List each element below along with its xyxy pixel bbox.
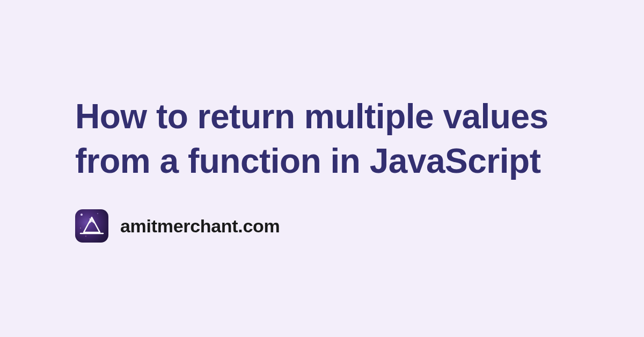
- site-logo-icon: [75, 209, 108, 243]
- site-name: amitmerchant.com: [120, 216, 280, 237]
- byline: amitmerchant.com: [75, 209, 590, 243]
- article-title: How to return multiple values from a fun…: [75, 94, 590, 184]
- mountain-icon: [79, 216, 104, 236]
